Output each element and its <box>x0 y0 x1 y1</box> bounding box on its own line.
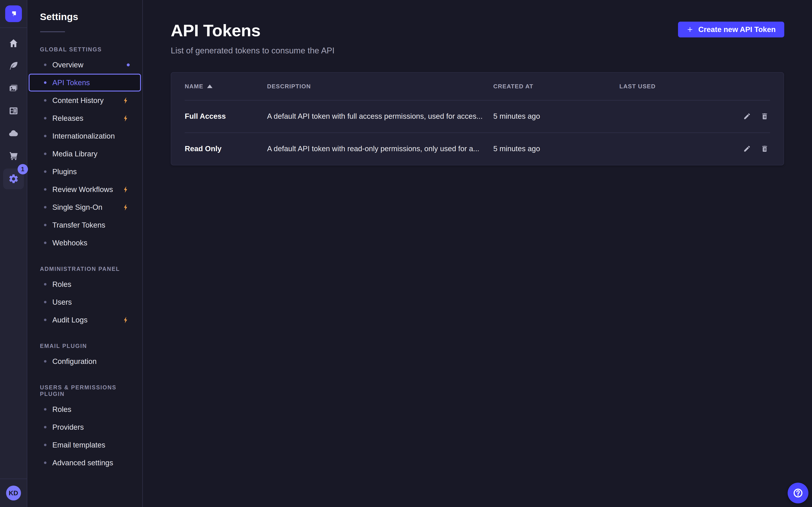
nav-item-roles-up[interactable]: Roles <box>29 400 141 418</box>
nav-item-transfer-tokens[interactable]: Transfer Tokens <box>29 216 141 234</box>
delete-button[interactable] <box>759 111 770 122</box>
nav-item-single-sign-on[interactable]: Single Sign-On <box>29 198 141 216</box>
lightning-icon <box>122 114 130 123</box>
bullet-icon <box>44 153 46 155</box>
api-tokens-table: NAME DESCRIPTION CREATED AT LAST USED Fu… <box>171 72 784 165</box>
nav-item-email-templates[interactable]: Email templates <box>29 436 141 454</box>
subnav-divider <box>40 31 65 32</box>
strapi-logo[interactable] <box>5 5 22 22</box>
rail-divider <box>0 27 27 28</box>
trash-icon <box>761 112 768 120</box>
content-type-builder-icon[interactable] <box>8 105 19 116</box>
content-manager-feather-icon[interactable] <box>8 60 19 71</box>
section-users-permissions-plugin: USERS & PERMISSIONS PLUGIN <box>40 384 142 397</box>
bullet-icon <box>44 64 46 66</box>
bullet-icon <box>44 170 46 173</box>
bullet-icon <box>44 360 46 362</box>
delete-button[interactable] <box>759 143 770 154</box>
deploy-cloud-icon[interactable] <box>8 128 19 139</box>
question-mark-icon <box>793 488 803 498</box>
token-created-at: 5 minutes ago <box>493 112 619 121</box>
settings-notification-badge: 1 <box>17 164 28 174</box>
bullet-icon <box>44 319 46 321</box>
notification-dot <box>127 63 130 66</box>
bullet-icon <box>44 206 46 209</box>
bullet-icon <box>44 461 46 464</box>
settings-subnav: Settings GLOBAL SETTINGS Overview API To… <box>27 0 143 507</box>
nav-item-overview[interactable]: Overview <box>29 56 141 74</box>
nav-item-media-library[interactable]: Media Library <box>29 145 141 163</box>
edit-button[interactable] <box>742 143 753 154</box>
column-header-created-at: CREATED AT <box>493 83 619 90</box>
media-library-icon[interactable] <box>8 83 19 94</box>
section-administration-panel: ADMINISTRATION PANEL <box>40 266 142 272</box>
pencil-icon <box>743 112 751 120</box>
nav-item-users[interactable]: Users <box>29 293 141 311</box>
section-global-settings: GLOBAL SETTINGS <box>40 46 142 53</box>
bullet-icon <box>44 135 46 137</box>
table-header-row: NAME DESCRIPTION CREATED AT LAST USED <box>171 72 783 100</box>
nav-item-api-tokens[interactable]: API Tokens <box>29 74 141 92</box>
nav-item-internationalization[interactable]: Internationalization <box>29 127 141 145</box>
table-row[interactable]: Full Access A default API token with ful… <box>171 100 783 132</box>
bullet-icon <box>44 188 46 191</box>
plus-icon <box>687 26 693 33</box>
home-icon[interactable] <box>8 38 19 49</box>
column-header-name[interactable]: NAME <box>185 83 267 90</box>
nav-item-webhooks[interactable]: Webhooks <box>29 234 141 252</box>
pencil-icon <box>743 145 751 153</box>
page-subtitle: List of generated tokens to consume the … <box>171 46 335 55</box>
token-created-at: 5 minutes ago <box>493 145 619 153</box>
column-header-description: DESCRIPTION <box>267 83 493 90</box>
gear-icon <box>8 173 19 184</box>
bullet-icon <box>44 283 46 285</box>
token-name: Read Only <box>185 145 267 153</box>
nav-item-review-workflows[interactable]: Review Workflows <box>29 180 141 198</box>
token-name: Full Access <box>185 112 267 121</box>
nav-item-audit-logs[interactable]: Audit Logs <box>29 311 141 329</box>
help-button[interactable] <box>788 483 808 503</box>
page-title: API Tokens <box>171 21 335 40</box>
marketplace-cart-icon[interactable] <box>8 151 19 161</box>
lightning-icon <box>122 96 130 105</box>
bullet-icon <box>44 224 46 226</box>
sort-ascending-icon <box>207 84 212 88</box>
nav-item-roles-admin[interactable]: Roles <box>29 275 141 293</box>
bullet-icon <box>44 241 46 244</box>
bullet-icon <box>44 444 46 446</box>
bullet-icon <box>44 426 46 428</box>
lightning-icon <box>122 185 130 194</box>
lightning-icon <box>122 316 130 325</box>
nav-item-advanced-settings[interactable]: Advanced settings <box>29 454 141 471</box>
section-email-plugin: EMAIL PLUGIN <box>40 343 142 349</box>
settings-gear-active[interactable]: 1 <box>3 169 24 189</box>
token-description: A default API token with read-only permi… <box>267 145 493 153</box>
nav-item-plugins[interactable]: Plugins <box>29 163 141 180</box>
trash-icon <box>761 145 768 153</box>
bullet-icon <box>44 408 46 410</box>
column-header-last-used: LAST USED <box>619 83 716 90</box>
bullet-icon <box>44 99 46 102</box>
create-api-token-button[interactable]: Create new API Token <box>678 22 784 38</box>
user-avatar[interactable]: KD <box>6 486 21 501</box>
bullet-icon <box>44 81 46 84</box>
nav-item-releases[interactable]: Releases <box>29 109 141 127</box>
lightning-icon <box>122 203 130 212</box>
token-description: A default API token with full access per… <box>267 112 493 121</box>
bullet-icon <box>44 117 46 119</box>
icon-rail: 1 KD <box>0 0 27 507</box>
edit-button[interactable] <box>742 111 753 122</box>
nav-item-content-history[interactable]: Content History <box>29 92 141 109</box>
bullet-icon <box>44 301 46 303</box>
strapi-admin: 1 KD Settings GLOBAL SETTINGS Overview A… <box>0 0 812 507</box>
nav-item-configuration[interactable]: Configuration <box>29 352 141 370</box>
main-content: API Tokens List of generated tokens to c… <box>143 0 812 507</box>
subnav-title: Settings <box>40 11 142 22</box>
nav-item-providers[interactable]: Providers <box>29 418 141 436</box>
table-row[interactable]: Read Only A default API token with read-… <box>171 132 783 165</box>
